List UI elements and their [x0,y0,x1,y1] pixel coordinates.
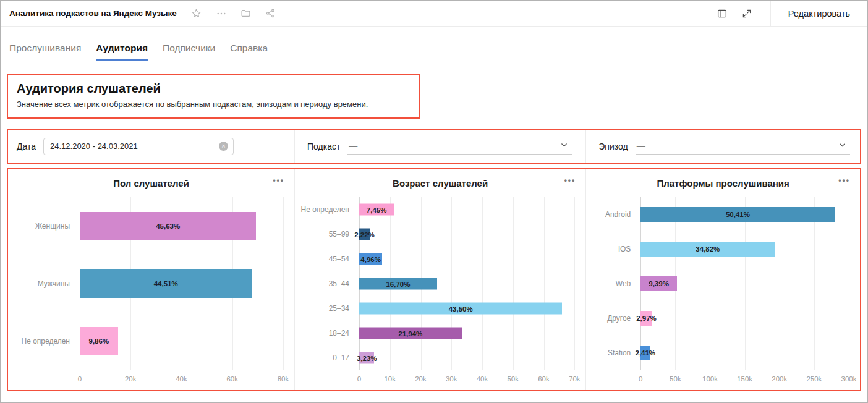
topbar: Аналитика подкастов на Яндекс Музыке [1,1,867,27]
bar-другое[interactable]: 2,97% [640,311,652,326]
bar-track: 44,51% [80,255,283,312]
heading-section: Аудитория слушателей Значение всех метри… [7,74,420,119]
dashboard-content: Аудитория слушателей Значение всех метри… [1,74,867,391]
dashboard-title: Аналитика подкастов на Яндекс Музыке [9,9,177,18]
star-icon[interactable] [189,6,204,21]
chart-gender: Пол слушателей ••• Женщины45,63%Мужчины4… [8,169,294,390]
bar-0-17[interactable]: 3,23% [359,352,374,364]
bar-android[interactable]: 50,41% [640,207,835,222]
chart-plot: Не определен7,45%55–992,22%45–544,96%35–… [300,197,574,386]
share-icon[interactable] [263,6,278,21]
chart-menu-icon[interactable]: ••• [838,176,850,185]
gridline [849,197,849,370]
chart-platforms: Платформы прослушивания ••• Android50,41… [585,169,860,390]
category-label: 45–54 [300,255,359,263]
bar-value-label: 34,82% [696,245,720,253]
axis-tick-label: 0 [357,375,361,383]
bar-женщины[interactable]: 45,63% [80,212,256,240]
bar-track: 3,23% [359,346,574,370]
gridline [283,197,284,370]
chart-row: iOS34,82% [591,232,849,266]
axis-tick-label: 70k [569,375,581,383]
bar-track: 21,94% [359,321,574,346]
tab-proslushivaniya[interactable]: Прослушивания [9,43,81,61]
chart-x-axis: 050k100k150k200k250k300k [640,370,849,386]
date-filter: Дата 24.12.2020 - 24.03.2021 × [8,130,294,163]
chart-title: Пол слушателей [113,178,189,189]
axis-tick-label: 200k [772,375,787,383]
page-subtitle: Значение всех метрик отображается по выб… [17,100,409,109]
podcast-select[interactable]: — [347,138,572,155]
chart-row: 18–2421,94% [300,321,574,346]
category-label: Android [591,210,640,219]
chart-row: Не определен7,45% [300,197,574,222]
bar-не-определен[interactable]: 7,45% [359,204,394,216]
bar-18-24[interactable]: 21,94% [359,328,462,339]
chart-x-axis: 020k40k60k80k [80,370,283,386]
category-label: Не определен [300,205,359,214]
tab-auditoriya[interactable]: Аудитория [96,43,148,61]
axis-tick-label: 100k [702,375,718,383]
bar-value-label: 16,70% [386,280,410,287]
axis-tick-label: 0 [639,375,642,383]
category-label: 18–24 [300,329,359,337]
chart-row: 25–3443,50% [300,296,574,321]
more-icon[interactable] [214,6,229,21]
bar-value-label: 45,63% [156,223,180,230]
clear-date-icon[interactable]: × [219,142,228,151]
podcast-filter: Подкаст — [294,130,585,163]
bar-value-label: 50,41% [726,211,750,218]
chart-row: Мужчины44,51% [13,255,283,312]
tab-podpischiki[interactable]: Подписчики [163,43,215,61]
bar-не-определен[interactable]: 9,86% [80,327,118,355]
bar-value-label: 2,22% [354,231,375,238]
axis-tick-label: 60k [226,375,238,383]
chart-row: Другое2,97% [591,301,849,336]
chart-menu-icon[interactable]: ••• [273,176,284,185]
episode-select-value: — [637,141,645,151]
chart-menu-icon[interactable]: ••• [564,176,576,185]
bar-value-label: 9,39% [649,280,669,287]
axis-tick-label: 300k [841,375,857,383]
category-label: Station [591,349,640,357]
folder-icon[interactable] [239,6,253,21]
chart-row: 55–992,22% [300,222,574,247]
edit-button[interactable]: Редактировать [771,1,867,26]
axis-tick-label: 250k [806,375,822,383]
bar-55-99[interactable]: 2,22% [359,229,370,240]
axis-tick-label: 40k [176,375,187,383]
axis-tick-label: 60k [538,375,550,383]
bar-25-34[interactable]: 43,50% [359,303,562,315]
chart-row: 0–173,23% [300,346,574,370]
tab-spravka[interactable]: Справка [230,43,268,61]
podcast-select-value: — [349,141,357,151]
category-label: 25–34 [300,304,359,313]
bar-value-label: 2,41% [635,349,655,357]
bar-track: 45,63% [80,197,283,255]
date-range-input[interactable]: 24.12.2020 - 24.03.2021 × [43,138,234,155]
chart-rows: Женщины45,63%Мужчины44,51%Не определен9,… [13,197,283,370]
fullscreen-icon[interactable] [739,6,754,21]
axis-tick-label: 10k [384,375,396,383]
bar-web[interactable]: 9,39% [640,276,677,291]
episode-filter-label: Эпизод [598,142,628,151]
bar-value-label: 3,23% [357,354,377,362]
panel-icon[interactable] [715,6,730,21]
bar-ios[interactable]: 34,82% [640,242,775,257]
bar-value-label: 21,94% [398,329,422,337]
bar-station[interactable]: 2,41% [640,346,650,360]
bar-мужчины[interactable]: 44,51% [80,269,252,298]
episode-select[interactable]: — [636,138,850,155]
category-label: 0–17 [300,354,359,362]
bar-value-label: 9,86% [89,337,109,345]
chart-row: 35–4416,70% [300,271,574,296]
axis-tick-label: 50k [670,375,681,383]
topbar-actions [189,6,288,21]
page-title: Аудитория слушателей [17,82,409,96]
axis-tick-label: 50k [507,375,519,383]
bar-45-54[interactable]: 4,96% [359,253,382,265]
bar-35-44[interactable]: 16,70% [359,278,437,290]
bar-track: 2,41% [640,336,849,370]
chart-row: Station2,41% [591,336,849,370]
bar-value-label: 4,96% [360,255,381,263]
